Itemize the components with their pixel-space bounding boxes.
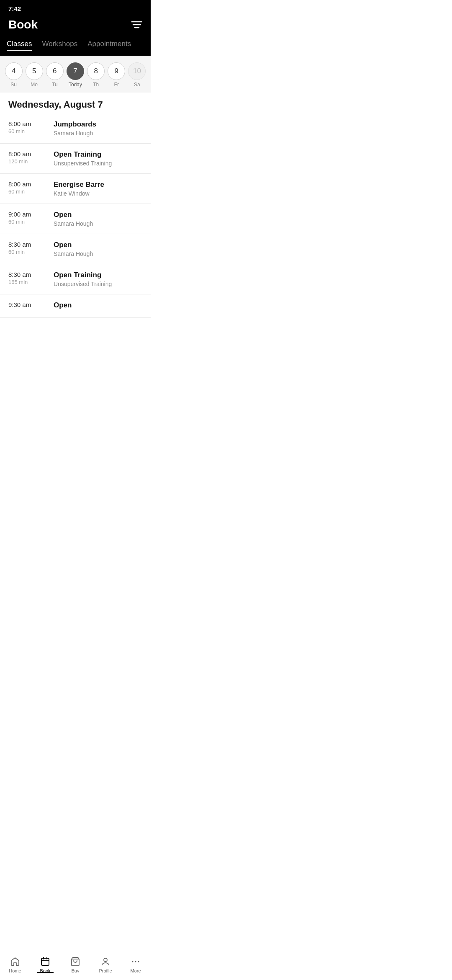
day-10[interactable]: 10 Sa: [128, 62, 146, 88]
class-instructor: Unsupervised Training: [54, 281, 142, 287]
class-item-open-3[interactable]: 9:30 am Open: [0, 294, 151, 318]
class-time: 8:00 am 60 min: [8, 120, 50, 134]
calendar-strip: 4 Su 5 Mo 6 Tu 7 Today 8 Th 9 Fr 10 Sa: [0, 56, 151, 93]
day-label: Fr: [114, 82, 119, 88]
tab-bar: Classes Workshops Appointments: [0, 38, 151, 56]
class-info: Energise Barre Katie Window: [50, 181, 142, 197]
class-info: Open: [50, 301, 142, 311]
class-info: Open Samara Hough: [50, 241, 142, 257]
day-label: Tu: [52, 82, 58, 88]
time-text: 8:30 am: [8, 241, 50, 248]
class-time: 8:30 am 60 min: [8, 241, 50, 255]
day-label: Su: [10, 82, 17, 88]
class-item-energise-barre[interactable]: 8:00 am 60 min Energise Barre Katie Wind…: [0, 174, 151, 204]
class-list: 8:00 am 60 min Jumpboards Samara Hough 8…: [0, 113, 151, 318]
class-name: Jumpboards: [54, 120, 142, 129]
day-number: 5: [26, 62, 43, 80]
class-name: Open Training: [54, 150, 142, 159]
time-text: 8:00 am: [8, 120, 50, 127]
time-text: 8:30 am: [8, 271, 50, 278]
page-title: Book: [8, 18, 38, 31]
day-label: Mo: [31, 82, 38, 88]
class-item-jumpboards[interactable]: 8:00 am 60 min Jumpboards Samara Hough: [0, 113, 151, 144]
filter-icon: [131, 21, 142, 29]
day-number: 7: [67, 62, 84, 80]
day-number: 10: [128, 62, 146, 80]
class-item-open-2[interactable]: 8:30 am 60 min Open Samara Hough: [0, 234, 151, 264]
class-instructor: Samara Hough: [54, 250, 142, 257]
class-name: Energise Barre: [54, 181, 142, 189]
day-number: 4: [5, 62, 23, 80]
tab-appointments[interactable]: Appointments: [87, 38, 131, 51]
class-time: 8:30 am 165 min: [8, 271, 50, 285]
time-text: 8:00 am: [8, 150, 50, 157]
class-info: Open Training Unsupervised Training: [50, 271, 142, 287]
day-8[interactable]: 8 Th: [87, 62, 105, 88]
class-name: Open: [54, 301, 142, 309]
class-instructor: Samara Hough: [54, 220, 142, 227]
day-number: 6: [46, 62, 64, 80]
class-name: Open Training: [54, 271, 142, 279]
duration-text: 60 min: [8, 249, 50, 255]
class-name: Open: [54, 211, 142, 219]
day-label: Sa: [134, 82, 140, 88]
tab-classes[interactable]: Classes: [7, 38, 32, 51]
class-info: Open Training Unsupervised Training: [50, 150, 142, 167]
class-name: Open: [54, 241, 142, 249]
class-info: Jumpboards Samara Hough: [50, 120, 142, 137]
day-label: Th: [93, 82, 99, 88]
duration-text: 165 min: [8, 279, 50, 285]
class-instructor: Unsupervised Training: [54, 160, 142, 167]
header: Book: [0, 15, 151, 38]
class-info: Open Samara Hough: [50, 211, 142, 227]
day-number: 9: [108, 62, 125, 80]
class-instructor: Samara Hough: [54, 130, 142, 137]
duration-text: 60 min: [8, 128, 50, 134]
day-number: 8: [87, 62, 105, 80]
duration-text: 60 min: [8, 219, 50, 225]
time-text: 9:30 am: [8, 301, 50, 308]
day-4[interactable]: 4 Su: [5, 62, 23, 88]
class-item-open-1[interactable]: 9:00 am 60 min Open Samara Hough: [0, 204, 151, 234]
class-time: 8:00 am 120 min: [8, 150, 50, 165]
day-label: Today: [69, 82, 82, 88]
filter-button[interactable]: [131, 21, 142, 29]
status-time: 7:42: [8, 5, 21, 12]
class-instructor: Katie Window: [54, 190, 142, 197]
class-time: 9:30 am: [8, 301, 50, 309]
day-6[interactable]: 6 Tu: [46, 62, 64, 88]
day-7-today[interactable]: 7 Today: [67, 62, 84, 88]
status-bar: 7:42: [0, 0, 151, 15]
tab-workshops[interactable]: Workshops: [42, 38, 77, 51]
class-time: 8:00 am 60 min: [8, 181, 50, 195]
day-9[interactable]: 9 Fr: [108, 62, 125, 88]
duration-text: 60 min: [8, 188, 50, 195]
class-item-open-training-2[interactable]: 8:30 am 165 min Open Training Unsupervis…: [0, 264, 151, 294]
time-text: 9:00 am: [8, 211, 50, 218]
class-item-open-training-1[interactable]: 8:00 am 120 min Open Training Unsupervis…: [0, 144, 151, 174]
date-heading: Wednesday, August 7: [0, 93, 151, 113]
time-text: 8:00 am: [8, 181, 50, 188]
class-time: 9:00 am 60 min: [8, 211, 50, 225]
day-5[interactable]: 5 Mo: [26, 62, 43, 88]
duration-text: 120 min: [8, 158, 50, 165]
